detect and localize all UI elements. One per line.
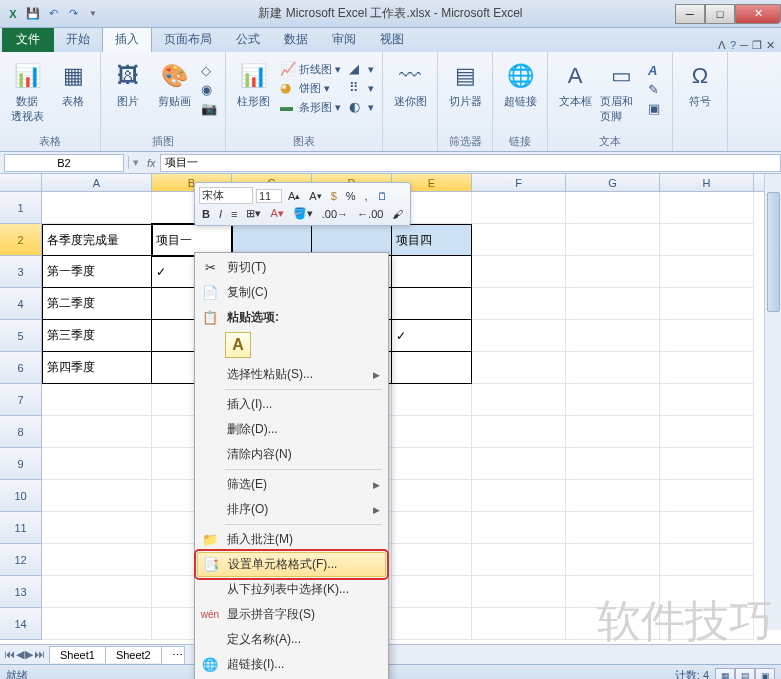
pie-chart-button[interactable]: ◕饼图 ▾ [278,79,343,97]
cm-hyperlink[interactable]: 🌐超链接(I)... [197,652,386,677]
cell[interactable] [42,448,152,480]
tab-data[interactable]: 数据 [272,27,320,52]
cell[interactable] [472,576,566,608]
cell[interactable]: 第二季度 [42,288,152,320]
view-layout-icon[interactable]: ▤ [735,668,755,680]
cell[interactable] [566,480,660,512]
mini-align-icon[interactable]: ≡ [228,207,240,221]
row-header[interactable]: 13 [0,576,42,608]
redo-icon[interactable]: ↷ [64,5,82,23]
cell[interactable] [566,256,660,288]
mini-size[interactable]: 11 [256,189,282,203]
mini-border-icon[interactable]: ⊞▾ [243,206,264,221]
mini-fillcolor-icon[interactable]: 🪣▾ [290,206,316,221]
cell[interactable] [392,480,472,512]
col-header-g[interactable]: G [566,174,660,191]
cell[interactable] [42,416,152,448]
namebox[interactable] [4,154,124,172]
cm-copy[interactable]: 📄复制(C) [197,280,386,305]
scatter-chart-button[interactable]: ⠿▾ [347,79,376,97]
row-header[interactable]: 9 [0,448,42,480]
cell[interactable] [472,448,566,480]
cell[interactable] [566,544,660,576]
row-header[interactable]: 3 [0,256,42,288]
cm-sort[interactable]: 排序(O)▶ [197,497,386,522]
cell[interactable] [660,320,754,352]
row-header[interactable]: 10 [0,480,42,512]
cell[interactable] [660,192,754,224]
mini-decimal-dec-icon[interactable]: .00→ [319,207,351,221]
cell[interactable] [392,416,472,448]
shrink-font-icon[interactable]: A▾ [306,189,324,203]
tab-formula[interactable]: 公式 [224,27,272,52]
cell[interactable]: 各季度完成量 [42,224,152,256]
sheet-tab-new[interactable]: ⋯ [161,646,185,664]
cell[interactable] [392,512,472,544]
cm-paste-special[interactable]: 选择性粘贴(S)...▶ [197,362,386,387]
col-header-a[interactable]: A [42,174,152,191]
cell[interactable] [472,288,566,320]
cm-cut[interactable]: ✂剪切(T) [197,255,386,280]
cell[interactable] [392,448,472,480]
cell[interactable] [392,544,472,576]
row-header[interactable]: 12 [0,544,42,576]
slicer-button[interactable]: ▤切片器 [444,56,486,132]
cell[interactable] [392,576,472,608]
minimize-ribbon-icon[interactable]: ᐱ [718,39,726,52]
clipart-button[interactable]: 🎨剪贴画 [153,56,195,132]
screenshot-button[interactable]: 📷 [199,100,219,118]
col-header-h[interactable]: H [660,174,754,191]
undo-icon[interactable]: ↶ [44,5,62,23]
cell[interactable] [660,416,754,448]
object-button[interactable]: ▣ [646,100,666,118]
minimize-button[interactable]: ─ [675,4,705,24]
cell[interactable] [566,576,660,608]
row-header[interactable]: 14 [0,608,42,640]
symbol-button[interactable]: Ω符号 [679,56,721,147]
cell[interactable] [392,608,472,640]
cell[interactable] [472,608,566,640]
cell[interactable] [566,512,660,544]
headerfooter-button[interactable]: ▭页眉和页脚 [600,56,642,132]
pivot-button[interactable]: 📊数据 透视表 [6,56,48,132]
doc-close-icon[interactable]: ✕ [766,39,775,52]
cm-filter[interactable]: 筛选(E)▶ [197,472,386,497]
shapes-button[interactable]: ◇ [199,62,219,80]
sheet-tab-1[interactable]: Sheet1 [49,646,106,663]
other-chart-button[interactable]: ◐▾ [347,98,376,116]
cell[interactable] [566,352,660,384]
cell[interactable]: ✓ [392,320,472,352]
mini-font[interactable]: 宋体 [199,187,253,204]
cell[interactable] [566,224,660,256]
line-chart-button[interactable]: 📈折线图 ▾ [278,60,343,78]
cell[interactable] [566,448,660,480]
mini-decimal-inc-icon[interactable]: ←.00 [354,207,386,221]
cell[interactable] [660,544,754,576]
cell[interactable] [472,352,566,384]
sheet-tab-2[interactable]: Sheet2 [105,646,162,663]
picture-button[interactable]: 🖼图片 [107,56,149,132]
sheet-next-icon[interactable]: ▶ [25,648,33,661]
cell[interactable] [660,384,754,416]
row-header[interactable]: 5 [0,320,42,352]
cell[interactable] [42,512,152,544]
cell[interactable] [472,224,566,256]
sparkline-button[interactable]: 〰迷你图 [389,56,431,147]
cell[interactable] [566,320,660,352]
textbox-button[interactable]: A文本框 [554,56,596,132]
fbar-dropdown-icon[interactable]: ▾ [133,156,139,169]
cell[interactable]: 项目四 [392,224,472,256]
mini-currency-icon[interactable]: $ [328,189,340,203]
wordart-button[interactable]: A [646,62,666,80]
maximize-button[interactable]: □ [705,4,735,24]
view-normal-icon[interactable]: ▦ [715,668,735,680]
cell[interactable] [42,608,152,640]
formula-input[interactable] [160,154,781,172]
tab-review[interactable]: 审阅 [320,27,368,52]
mini-formatpainter-icon[interactable]: 🖌 [389,207,406,221]
mini-fontcolor-icon[interactable]: A▾ [267,206,286,221]
cell[interactable] [660,224,754,256]
row-header[interactable]: 1 [0,192,42,224]
cell[interactable] [472,192,566,224]
cell[interactable] [472,256,566,288]
